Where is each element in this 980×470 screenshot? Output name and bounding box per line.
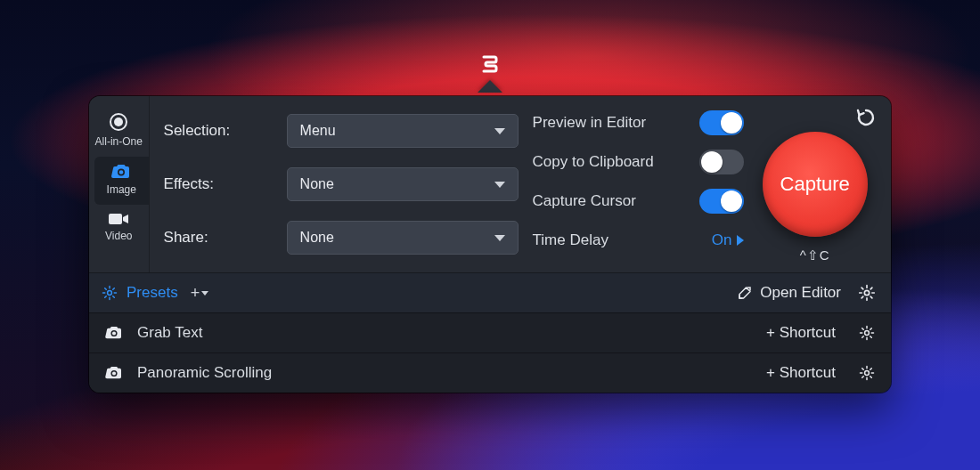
gear-icon [858, 284, 876, 302]
preset-row[interactable]: Grab Text + Shortcut [89, 312, 891, 352]
preset-settings-button[interactable] [850, 325, 884, 341]
dropdown-value: None [300, 230, 334, 246]
gear-icon [859, 325, 875, 341]
time-delay-value: On [712, 231, 732, 249]
popover-arrow [478, 80, 502, 93]
tab-image[interactable]: Image [94, 157, 149, 205]
preview-in-editor-toggle[interactable] [699, 110, 744, 135]
effects-label: Effects: [164, 175, 271, 193]
time-delay-button[interactable]: On [712, 231, 745, 249]
open-editor-label: Open Editor [760, 284, 841, 302]
camera-icon [105, 366, 123, 380]
presets-settings-button[interactable] [850, 276, 884, 310]
capture-cursor-toggle[interactable] [699, 189, 744, 214]
svg-point-3 [119, 170, 124, 174]
tab-label: Video [105, 230, 132, 242]
copy-to-clipboard-toggle[interactable] [699, 150, 744, 174]
capture-button[interactable]: Capture [763, 132, 868, 237]
preset-label: Panoramic Scrolling [137, 364, 272, 382]
open-editor-button[interactable]: Open Editor [737, 284, 841, 302]
chevron-down-icon [494, 182, 505, 188]
effects-dropdown[interactable]: None [287, 167, 519, 201]
camera-icon [105, 326, 123, 340]
svg-rect-4 [109, 214, 122, 224]
tab-label: Image [107, 183, 136, 196]
menubar-app-icon[interactable] [478, 53, 502, 93]
options-column: Preview in Editor Copy to Clipboard Capt… [529, 96, 752, 272]
preview-in-editor-label: Preview in Editor [533, 114, 647, 132]
preset-label: Grab Text [137, 324, 202, 342]
selection-label: Selection: [164, 122, 271, 140]
svg-point-9 [865, 331, 870, 336]
preset-shortcut-button[interactable]: + Shortcut [766, 324, 836, 342]
preset-row[interactable]: Panoramic Scrolling + Shortcut [89, 352, 891, 393]
chevron-right-icon [737, 235, 744, 246]
tab-video[interactable]: Video [89, 205, 149, 251]
presets-label[interactable]: Presets [127, 284, 178, 302]
capture-column: Capture ^⇧C [751, 96, 891, 272]
tab-all-in-one[interactable]: All-in-One [89, 105, 149, 157]
presets-toolbar: Presets + Open Editor [89, 272, 891, 312]
preset-settings-button[interactable] [850, 365, 884, 381]
gear-icon [859, 365, 875, 381]
selection-dropdown[interactable]: Menu [287, 114, 519, 148]
copy-to-clipboard-label: Copy to Clipboard [533, 153, 654, 171]
tab-label: All-in-One [95, 135, 143, 148]
share-dropdown[interactable]: None [287, 221, 519, 255]
caret-down-icon [201, 291, 208, 296]
dropdown-value: Menu [300, 123, 336, 139]
svg-point-12 [865, 371, 870, 376]
add-preset-button[interactable]: + [191, 284, 209, 303]
share-label: Share: [164, 229, 271, 247]
dropdown-value: None [300, 176, 334, 192]
presets-gear-icon [102, 285, 118, 301]
preset-shortcut-button[interactable]: + Shortcut [766, 364, 836, 382]
svg-point-8 [112, 331, 116, 335]
svg-point-6 [864, 290, 869, 295]
camera-icon [111, 164, 131, 180]
chevron-down-icon [494, 235, 505, 241]
capture-cursor-label: Capture Cursor [533, 192, 636, 210]
capture-shortcut: ^⇧C [800, 247, 830, 263]
undo-icon [855, 107, 877, 128]
chevron-down-icon [494, 128, 505, 134]
video-icon [108, 212, 129, 226]
svg-point-1 [114, 118, 123, 126]
open-editor-icon [737, 285, 753, 301]
capture-panel: All-in-One Image Video Selection: [89, 96, 891, 393]
circle-record-icon [109, 112, 128, 132]
settings-grid: Selection: Menu Effects: None Share: Non… [150, 96, 529, 272]
svg-point-11 [112, 371, 116, 375]
svg-point-5 [108, 291, 112, 296]
mode-sidebar: All-in-One Image Video [89, 96, 150, 272]
capture-button-label: Capture [780, 173, 850, 196]
time-delay-label: Time Delay [533, 231, 608, 249]
reset-button[interactable] [855, 107, 877, 128]
